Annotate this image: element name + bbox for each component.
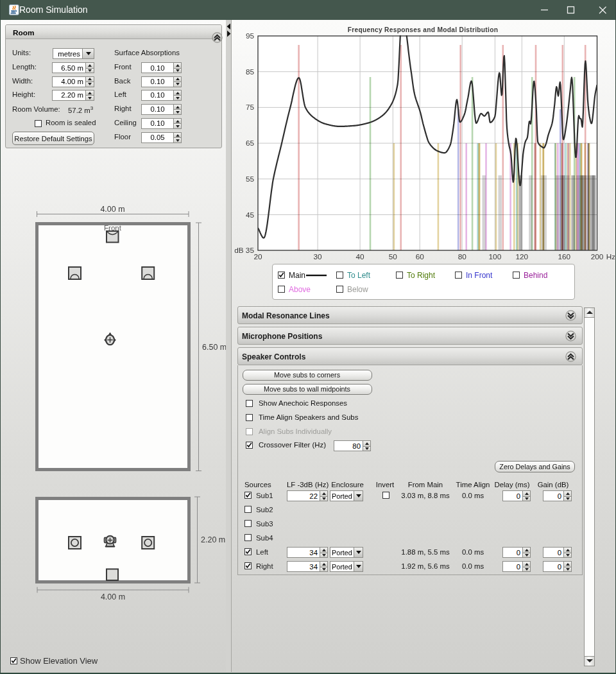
svg-text:4.00 m: 4.00 m	[101, 592, 125, 601]
svg-text:Frequency Responses and Modal: Frequency Responses and Modal Distributi…	[348, 26, 499, 33]
svg-text:75: 75	[246, 103, 255, 112]
svg-text:100: 100	[489, 252, 502, 261]
svg-text:50: 50	[389, 252, 398, 261]
svg-text:dB 35: dB 35	[234, 246, 254, 255]
svg-text:20: 20	[253, 252, 262, 261]
svg-text:55: 55	[246, 175, 255, 184]
svg-text:160: 160	[558, 252, 570, 261]
svg-text:4.00 m: 4.00 m	[100, 205, 124, 214]
svg-text:45: 45	[246, 211, 255, 220]
svg-text:60: 60	[416, 252, 425, 261]
svg-text:2.20 m: 2.20 m	[201, 535, 225, 544]
svg-text:40: 40	[356, 252, 365, 261]
svg-text:85: 85	[246, 67, 255, 76]
svg-text:Hz: Hz	[606, 252, 615, 261]
svg-text:95: 95	[246, 31, 255, 40]
svg-text:6.50 m: 6.50 m	[202, 343, 226, 352]
svg-text:120: 120	[515, 252, 528, 261]
svg-text:200: 200	[591, 252, 604, 261]
svg-text:80: 80	[458, 252, 467, 261]
svg-text:65: 65	[246, 139, 255, 148]
svg-text:30: 30	[314, 252, 323, 261]
